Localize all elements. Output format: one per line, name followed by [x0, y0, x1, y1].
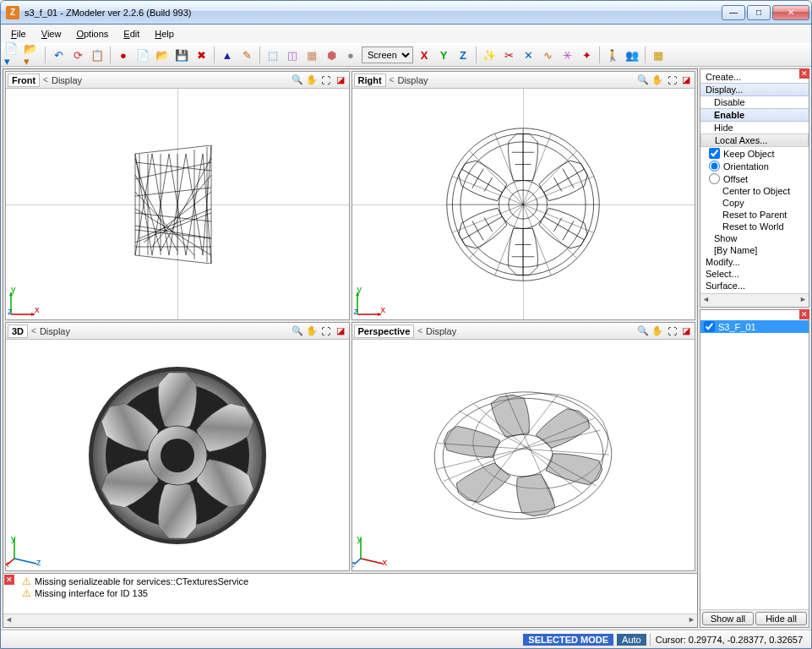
curve-button[interactable]: ∿	[539, 46, 556, 63]
undo-button[interactable]: ↶	[50, 46, 67, 63]
offset-radio[interactable]	[709, 173, 720, 184]
viewport-display-label[interactable]: Display	[397, 75, 633, 85]
nav-back-icon[interactable]: <	[31, 326, 36, 335]
maximize-view-icon[interactable]: ◪	[679, 324, 693, 338]
tree-show[interactable]: Show	[700, 232, 809, 244]
viewport-name[interactable]: Front	[8, 74, 40, 87]
pan-icon[interactable]: ✋	[651, 324, 664, 338]
zoom-icon[interactable]: 🔍	[291, 324, 304, 338]
tree-display[interactable]: Display...	[700, 83, 809, 96]
keep-object-checkbox[interactable]	[709, 148, 720, 159]
maximize-view-icon[interactable]: ◪	[334, 74, 347, 87]
maximize-view-icon[interactable]: ◪	[334, 324, 347, 338]
viewport-name[interactable]: Right	[354, 74, 386, 87]
zoom-icon[interactable]: 🔍	[636, 74, 650, 87]
titlebar[interactable]: Z s3_f_01 - ZModeler ver 2.2.6 (Build 99…	[1, 1, 811, 25]
close-icon[interactable]: ✕	[799, 68, 809, 79]
close-button[interactable]: ✕	[772, 5, 809, 20]
viewport-display-label[interactable]: Display	[52, 75, 287, 85]
tree-orientation[interactable]: Orientation	[700, 160, 809, 172]
viewport-display-label[interactable]: Display	[426, 326, 633, 336]
drop-tool-button[interactable]: ▲	[219, 46, 236, 63]
pan-icon[interactable]: ✋	[305, 74, 319, 87]
tree-reset-to-parent[interactable]: Reset to Parent	[700, 209, 809, 221]
tree-enable[interactable]: Enable	[700, 108, 809, 122]
tree-surface[interactable]: Surface...	[700, 280, 809, 292]
open-dropdown-button[interactable]: 📂▾	[24, 46, 41, 63]
object-checkbox[interactable]	[704, 321, 715, 332]
axis-y-button[interactable]: Y	[435, 46, 452, 63]
close-icon[interactable]: ✕	[799, 309, 809, 319]
compass-button[interactable]: ✕	[520, 46, 537, 63]
cube-tool-button[interactable]: ◫	[284, 46, 301, 63]
people-button[interactable]: 👥	[624, 46, 640, 63]
sphere-button[interactable]: ●	[342, 46, 359, 63]
cut-button[interactable]: ✂	[500, 46, 517, 63]
menu-view[interactable]: View	[35, 27, 68, 41]
tree-offset[interactable]: Offset	[700, 172, 809, 185]
grid-button[interactable]: ▦	[650, 46, 667, 63]
fit-icon[interactable]: ⛶	[665, 324, 678, 338]
viewport-canvas[interactable]: y x z	[6, 340, 349, 570]
maximize-view-icon[interactable]: ◪	[679, 74, 693, 87]
fit-icon[interactable]: ⛶	[319, 324, 333, 338]
tree-center-to-object[interactable]: Center to Object	[700, 185, 809, 197]
pan-icon[interactable]: ✋	[651, 74, 664, 87]
magic-wand-button[interactable]: ✨	[481, 46, 498, 63]
pan-icon[interactable]: ✋	[305, 324, 319, 338]
nav-back-icon[interactable]: <	[390, 75, 395, 85]
edit-tool-button[interactable]: ✎	[238, 46, 255, 63]
copy-button[interactable]: 📋	[89, 46, 106, 63]
tree-by-name[interactable]: [By Name]	[700, 244, 809, 256]
status-auto[interactable]: Auto	[617, 634, 646, 646]
viewport-name[interactable]: Perspective	[354, 324, 415, 338]
zoom-icon[interactable]: 🔍	[291, 74, 304, 87]
panel-scrollbar[interactable]	[700, 293, 809, 307]
record-button[interactable]: ●	[115, 46, 132, 63]
person-button[interactable]: 🚶	[604, 46, 621, 63]
tree-select[interactable]: Select...	[700, 268, 809, 280]
nav-back-icon[interactable]: <	[43, 75, 48, 85]
screen-dropdown[interactable]: Screen	[362, 46, 413, 63]
tree-modify[interactable]: Modify...	[700, 256, 809, 268]
save-button[interactable]: 💾	[173, 46, 190, 63]
tree-disable[interactable]: Disable	[700, 96, 809, 108]
viewport-display-label[interactable]: Display	[40, 326, 287, 336]
move-button[interactable]: ✦	[578, 46, 595, 63]
fit-icon[interactable]: ⛶	[319, 74, 333, 87]
box-tool-button[interactable]: ▦	[303, 46, 320, 63]
show-all-button[interactable]: Show all	[702, 612, 754, 625]
menu-edit[interactable]: Edit	[117, 27, 146, 41]
tree-reset-to-world[interactable]: Reset to World	[700, 221, 809, 232]
zoom-icon[interactable]: 🔍	[636, 324, 650, 338]
tree-copy[interactable]: Copy	[700, 197, 809, 209]
viewport-canvas[interactable]: x y z	[6, 89, 349, 319]
orientation-radio[interactable]	[709, 161, 720, 172]
delete-button[interactable]: ✖	[193, 46, 210, 63]
maximize-button[interactable]: □	[747, 5, 771, 20]
open-file-button[interactable]: 📂	[154, 46, 171, 63]
viewport-name[interactable]: 3D	[8, 324, 28, 338]
tree-hide[interactable]: Hide	[700, 122, 809, 134]
tree-keep-object[interactable]: Keep Object	[700, 147, 809, 160]
hide-all-button[interactable]: Hide all	[755, 612, 807, 625]
nav-back-icon[interactable]: <	[417, 326, 422, 335]
tree-create[interactable]: Create...	[700, 71, 809, 83]
menu-help[interactable]: Help	[148, 27, 181, 41]
axis-z-button[interactable]: Z	[455, 46, 471, 63]
viewport-canvas[interactable]: y x z	[352, 340, 695, 570]
axis-x-button[interactable]: X	[416, 46, 433, 63]
tree-local-axes[interactable]: Local Axes...	[700, 134, 809, 147]
select-tool-button[interactable]: ⬚	[264, 46, 281, 63]
new-file-button[interactable]: 📄	[134, 46, 151, 63]
object-item[interactable]: S3_F_01	[700, 320, 809, 333]
viewport-canvas[interactable]: x y z	[352, 89, 695, 319]
redo-button[interactable]: ⟳	[69, 46, 86, 63]
wand-button[interactable]: ⚹	[559, 46, 575, 63]
minimize-button[interactable]: —	[722, 5, 745, 20]
menu-options[interactable]: Options	[69, 27, 115, 41]
new-dropdown-button[interactable]: 📄▾	[4, 46, 21, 63]
fit-icon[interactable]: ⛶	[665, 74, 678, 87]
cube3d-button[interactable]: ⬢	[323, 46, 340, 63]
horizontal-scrollbar[interactable]	[3, 614, 697, 627]
